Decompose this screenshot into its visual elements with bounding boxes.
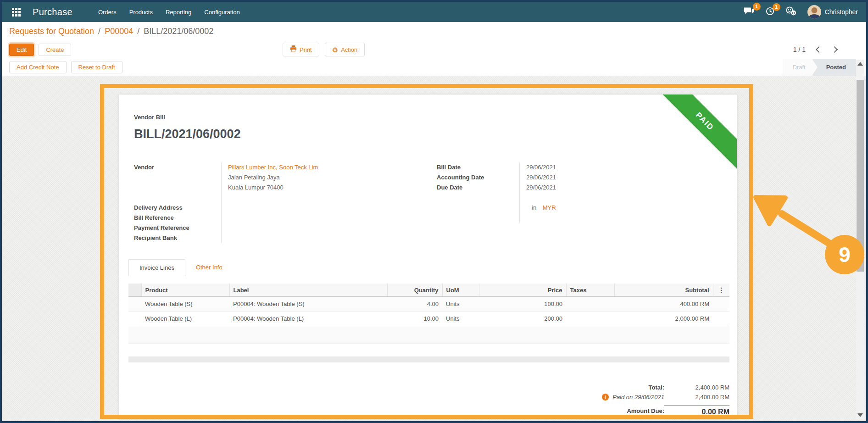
state-steps: Draft Posted <box>782 59 856 76</box>
state-posted[interactable]: Posted <box>812 59 856 76</box>
breadcrumb-requests-for-quotation[interactable]: Requests for Quotation <box>9 27 94 36</box>
print-button[interactable]: Print <box>283 43 319 56</box>
total-value: 2,400.00 RM <box>664 384 729 391</box>
delivery-address-label: Delivery Address <box>134 203 221 213</box>
menu-orders[interactable]: Orders <box>98 9 117 16</box>
paid-on-label: Paid on 29/06/2021 <box>612 394 664 401</box>
cell-uom[interactable]: Units <box>442 297 479 312</box>
create-button[interactable]: Create <box>39 44 71 56</box>
user-menu[interactable]: Christopher <box>807 5 858 19</box>
cell-product[interactable]: Wooden Table (S) <box>141 297 229 312</box>
gear-icon: ⚙ <box>332 46 338 53</box>
accounting-date-label: Accounting Date <box>437 173 519 183</box>
col-product[interactable]: Product <box>141 284 229 297</box>
bill-date-value[interactable]: 29/06/2021 <box>519 162 639 173</box>
cell-taxes[interactable] <box>566 297 614 312</box>
accounting-date-value[interactable]: 29/06/2021 <box>519 173 639 183</box>
bill-reference-label: Bill Reference <box>134 213 221 223</box>
col-label[interactable]: Label <box>229 284 387 297</box>
smiley-faces-icon <box>785 6 796 17</box>
payment-reference-value[interactable] <box>221 223 437 233</box>
col-subtotal[interactable]: Subtotal <box>614 284 713 297</box>
control-panel: Edit Create Print ⚙ Action 1 / 1 <box>2 40 866 59</box>
vendor-link[interactable]: Pillars Lumber Inc, Soon Teck Lim <box>228 164 318 171</box>
left-field-group: Vendor Pillars Lumber Inc, Soon Teck Lim… <box>134 162 437 243</box>
recipient-bank-value[interactable] <box>221 233 437 243</box>
info-icon[interactable]: i <box>602 394 609 401</box>
cell-taxes[interactable] <box>566 312 614 326</box>
optional-columns-icon[interactable]: ⋮ <box>713 284 729 297</box>
due-date-label: Due Date <box>437 183 519 193</box>
col-uom[interactable]: UoM <box>442 284 479 297</box>
printer-icon <box>290 45 297 54</box>
document-type-label: Vendor Bill <box>134 114 722 121</box>
row-selector-header[interactable] <box>128 284 141 297</box>
currency-link[interactable]: MYR <box>543 204 556 211</box>
cell-label[interactable]: P00004: Wooden Table (S) <box>229 297 387 312</box>
recipient-bank-label: Recipient Bank <box>134 233 221 243</box>
apps-menu-icon[interactable] <box>12 8 21 17</box>
amount-due-label: Amount Due: <box>627 407 664 414</box>
app-window: Purchase Orders Products Reporting Confi… <box>0 0 868 423</box>
tab-invoice-lines[interactable]: Invoice Lines <box>128 259 185 276</box>
col-quantity[interactable]: Quantity <box>387 284 442 297</box>
scroll-up-icon[interactable] <box>857 62 863 66</box>
notebook-tabs: Invoice Lines Other Info <box>119 259 737 276</box>
col-taxes[interactable]: Taxes <box>566 284 614 297</box>
delivery-address-value[interactable] <box>221 203 437 213</box>
field-groups: Vendor Pillars Lumber Inc, Soon Teck Lim… <box>134 162 722 243</box>
invoice-lines-list: Product Label Quantity UoM Price Taxes S… <box>128 284 729 417</box>
add-credit-note-button[interactable]: Add Credit Note <box>9 61 67 73</box>
invoice-line-row[interactable]: Wooden Table (L) P00004: Wooden Table (L… <box>128 312 729 326</box>
empty-line-stripe <box>128 326 729 344</box>
menu-products[interactable]: Products <box>129 9 153 16</box>
state-draft[interactable]: Draft <box>782 59 817 76</box>
form-statusbar: Add Credit Note Reset to Draft Draft Pos… <box>2 59 866 76</box>
main-menu: Orders Products Reporting Configuration <box>98 9 240 16</box>
annotation-step-number: 9 <box>825 235 864 274</box>
pager-next-icon[interactable] <box>831 46 838 53</box>
cell-label[interactable]: P00004: Wooden Table (L) <box>229 312 387 326</box>
vendor-label: Vendor <box>134 162 221 173</box>
list-header-row: Product Label Quantity UoM Price Taxes S… <box>128 284 729 297</box>
cell-quantity[interactable]: 4.00 <box>387 297 442 312</box>
vendor-bill-sheet: PAID Vendor Bill BILL/2021/06/0002 Vendo… <box>119 94 737 419</box>
action-button[interactable]: ⚙ Action <box>325 43 365 56</box>
col-price[interactable]: Price <box>479 284 566 297</box>
breadcrumb-current: BILL/2021/06/0002 <box>144 27 213 36</box>
bill-reference-value[interactable] <box>221 213 437 223</box>
tab-other-info[interactable]: Other Info <box>185 259 233 276</box>
right-field-group: Bill Date 29/06/2021 Accounting Date 29/… <box>437 162 639 243</box>
cell-price[interactable]: 200.00 <box>479 312 566 326</box>
list-scroll-strip <box>128 356 729 362</box>
cell-uom[interactable]: Units <box>442 312 479 326</box>
user-name: Christopher <box>825 8 858 16</box>
activities-button[interactable]: 1 <box>766 7 774 17</box>
breadcrumb-separator: / <box>98 27 100 36</box>
pager: 1 / 1 <box>793 46 859 53</box>
vendor-street: Jalan Petaling Jaya <box>221 173 437 183</box>
menu-reporting[interactable]: Reporting <box>166 9 191 16</box>
menu-configuration[interactable]: Configuration <box>204 9 239 16</box>
reset-to-draft-button[interactable]: Reset to Draft <box>71 61 122 73</box>
edit-button[interactable]: Edit <box>9 44 34 56</box>
pager-previous-icon[interactable] <box>816 46 822 53</box>
cell-subtotal[interactable]: 400.00 RM <box>614 297 713 312</box>
app-name[interactable]: Purchase <box>33 7 72 17</box>
total-label: Total: <box>649 384 664 391</box>
cell-price[interactable]: 100.00 <box>479 297 566 312</box>
scroll-down-icon[interactable] <box>857 413 863 417</box>
paid-value: 2,400.00 RM <box>664 394 729 401</box>
messages-button[interactable]: 1 <box>744 6 755 17</box>
cell-subtotal[interactable]: 2,000.00 RM <box>614 312 713 326</box>
cell-product[interactable]: Wooden Table (L) <box>141 312 229 326</box>
status-faces-button[interactable] <box>785 6 796 17</box>
due-date-value[interactable]: 29/06/2021 <box>519 183 639 193</box>
cell-quantity[interactable]: 10.00 <box>387 312 442 326</box>
totals-block: Total: 2,400.00 RM i Paid on 29/06/2021 … <box>571 383 729 417</box>
form-content: PAID Vendor Bill BILL/2021/06/0002 Vendo… <box>2 76 866 421</box>
user-avatar <box>807 5 821 19</box>
invoice-line-row[interactable]: Wooden Table (S) P00004: Wooden Table (S… <box>128 297 729 312</box>
breadcrumb-p00004[interactable]: P00004 <box>105 27 133 36</box>
activities-badge: 1 <box>773 3 780 11</box>
